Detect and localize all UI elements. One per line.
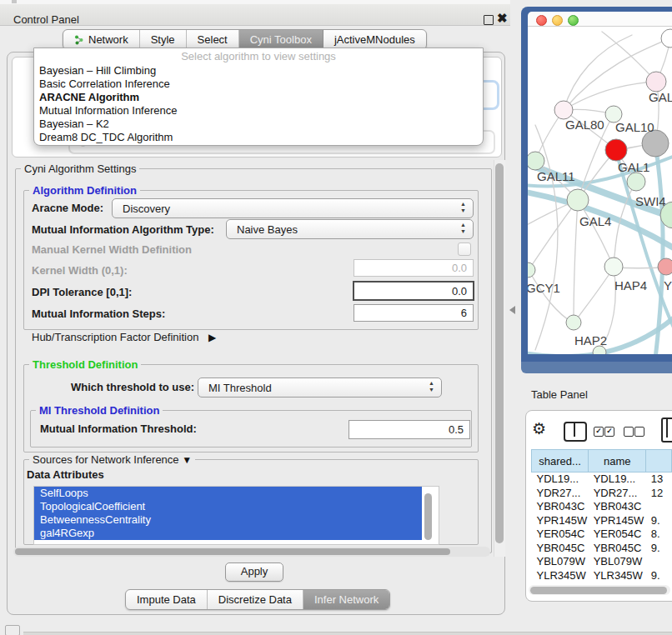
network-node[interactable] — [627, 172, 645, 191]
table-cell[interactable]: YBL079W — [532, 555, 589, 569]
algorithm-option-dream8-dc-tdc-algorithm[interactable]: Dream8 DC_TDC Algorithm — [34, 131, 483, 144]
which-threshold-value: MI Threshold — [208, 382, 272, 394]
select-all-checkbox-icon[interactable]: ✓ — [604, 427, 614, 437]
network-node-gcy1[interactable] — [528, 262, 535, 278]
table-cell[interactable]: YPR145W — [589, 514, 646, 528]
column-header-name[interactable]: name — [589, 450, 646, 472]
float-window-icon[interactable] — [484, 15, 494, 25]
deselect-checkbox-icon[interactable] — [634, 427, 644, 437]
tab-impute-data[interactable]: Impute Data — [126, 590, 208, 609]
table-cell[interactable]: 9. — [646, 514, 672, 528]
attribute-item-betweennesscentrality[interactable]: BetweennessCentrality — [34, 513, 422, 527]
settings-horizontal-scrollbar[interactable] — [13, 547, 490, 557]
table-cell[interactable]: YER054C — [532, 528, 589, 542]
network-window-titlebar[interactable] — [528, 12, 672, 27]
tab-discretize-data[interactable]: Discretize Data — [208, 590, 303, 609]
table-horizontal-scrollbar[interactable] — [529, 585, 670, 595]
table-cell[interactable] — [646, 500, 672, 514]
settings-vertical-scrollbar[interactable] — [494, 160, 505, 557]
combo-arrows-icon: ▲▼ — [460, 222, 466, 235]
close-traffic-light-icon[interactable] — [536, 15, 547, 26]
table-row[interactable]: YBL079WYBL079W — [532, 555, 672, 569]
tab-infer-network[interactable]: Infer Network — [303, 590, 389, 609]
manual-kernel-checkbox[interactable] — [458, 242, 471, 256]
network-node-gal[interactable] — [646, 72, 666, 92]
network-node[interactable] — [661, 29, 672, 48]
gear-icon[interactable]: ⚙ — [532, 419, 546, 438]
table-cell[interactable]: 9. — [646, 542, 672, 556]
table-row[interactable]: YBR045CYBR045C9. — [532, 542, 672, 556]
table-document-icon[interactable] — [661, 418, 672, 442]
algorithm-option-basic-correlation-inference[interactable]: Basic Correlation Inference — [34, 78, 483, 91]
table-cell[interactable] — [646, 555, 672, 569]
table-cell[interactable]: YDR27... — [532, 487, 589, 501]
tab-cyni-toolbox[interactable]: Cyni Toolbox — [239, 30, 323, 49]
mi-threshold-input[interactable]: 0.5 — [349, 420, 470, 439]
table-cell[interactable]: YPR145W — [532, 514, 589, 528]
deselect-checkbox-icon[interactable] — [624, 427, 634, 437]
tab-select[interactable]: Select — [187, 30, 239, 49]
select-all-checkbox-icon[interactable]: ✓ — [594, 427, 604, 437]
table-row[interactable]: YDR27...YDR27...12 — [532, 487, 672, 501]
table-row[interactable]: YPR145WYPR145W9. — [532, 514, 672, 528]
collapsed-panel-icon[interactable] — [5, 625, 20, 635]
kernel-width-input[interactable]: 0.0 — [354, 259, 474, 277]
algorithm-option-mutual-information-inference[interactable]: Mutual Information Inference — [34, 104, 483, 118]
table-cell[interactable]: YBL079W — [589, 555, 646, 569]
table-cell[interactable]: 9. — [646, 569, 672, 583]
table-cell[interactable]: 12 — [646, 487, 672, 501]
table-cell[interactable]: 8. — [646, 528, 672, 542]
network-node-hap4[interactable] — [604, 258, 623, 276]
network-node-gal11[interactable] — [528, 152, 544, 170]
table-cell[interactable]: YDL19... — [532, 472, 589, 487]
columns-icon[interactable] — [564, 422, 587, 442]
table-row[interactable]: YER054CYER054C8. — [532, 528, 672, 542]
which-threshold-combo[interactable]: MI Threshold ▲▼ — [198, 378, 442, 398]
dpi-tolerance-input[interactable]: 0.0 — [353, 281, 474, 301]
table-cell[interactable]: YER054C — [589, 528, 646, 542]
network-node-gal4[interactable] — [567, 189, 589, 211]
table-row[interactable]: YDL19...YDL19...13 — [532, 472, 672, 487]
table-cell[interactable]: YLR345W — [532, 569, 589, 583]
table-cell[interactable]: YBR045C — [589, 542, 646, 556]
network-node-hap2[interactable] — [566, 315, 581, 330]
aracne-mode-combo[interactable]: Discovery ▲▼ — [112, 198, 474, 218]
algorithm-option-aracne-algorithm[interactable]: ARACNE Algorithm — [34, 91, 483, 104]
network-node-y[interactable] — [658, 258, 672, 275]
zoom-traffic-light-icon[interactable] — [568, 15, 579, 26]
attribute-item-selfloops[interactable]: SelfLoops — [34, 487, 422, 500]
table-row[interactable]: YBR043CYBR043C — [532, 500, 672, 514]
table-cell[interactable]: YDR27... — [589, 487, 646, 501]
tab-jactivemnodules[interactable]: jActiveMNodules — [323, 30, 426, 49]
table-cell[interactable]: YLR345W — [589, 569, 646, 583]
network-node-gal80[interactable] — [554, 101, 573, 119]
expand-right-icon[interactable]: ▶ — [208, 332, 216, 343]
close-icon[interactable]: ✖ — [497, 11, 508, 26]
mi-steps-input[interactable]: 6 — [354, 304, 474, 322]
attribute-item-topologicalcoefficient[interactable]: TopologicalCoefficient — [34, 500, 422, 513]
table-cell[interactable]: YBR043C — [589, 500, 646, 514]
column-header-shared[interactable]: shared... — [532, 450, 589, 472]
bottom-tabbar: Impute DataDiscretize DataInfer Network — [125, 589, 390, 610]
minimize-traffic-light-icon[interactable] — [552, 15, 563, 26]
algorithm-option-bayesian-hill-climbing[interactable]: Bayesian – Hill Climbing — [34, 64, 483, 78]
tab-style[interactable]: Style — [140, 30, 187, 49]
data-attributes-list[interactable]: SelfLoopsTopologicalCoefficientBetweenne… — [33, 486, 439, 545]
splitter-collapse-icon[interactable] — [509, 306, 515, 314]
table-cell[interactable]: YBR043C — [532, 500, 589, 514]
algorithm-option-bayesian-k2[interactable]: Bayesian – K2 — [34, 118, 483, 131]
mi-algorithm-type-combo[interactable]: Naive Bayes ▲▼ — [226, 219, 474, 239]
tab-network[interactable]: Network — [63, 30, 140, 49]
expand-down-icon[interactable]: ▼ — [182, 454, 192, 466]
hub-definition-row[interactable]: Hub/Transcription Factor Definition ▶ — [32, 331, 216, 343]
table-cell[interactable]: YBR045C — [532, 542, 589, 556]
table-row[interactable]: YLR345WYLR345W9. — [532, 569, 672, 583]
network-canvas[interactable]: GALGAL80GAL10GAL1SWI4GAL4GAL11GCY1HAP4YH… — [528, 27, 672, 354]
table-cell[interactable]: 13 — [646, 472, 672, 487]
column-header-extra[interactable] — [646, 450, 672, 472]
attribute-item-gal4rgexp[interactable]: gal4RGexp — [34, 527, 422, 540]
network-node-gal1[interactable] — [605, 139, 627, 161]
table-cell[interactable]: YDL19... — [589, 472, 646, 487]
attribute-list-scrollbar[interactable] — [423, 489, 434, 541]
apply-button[interactable]: Apply — [225, 562, 283, 582]
